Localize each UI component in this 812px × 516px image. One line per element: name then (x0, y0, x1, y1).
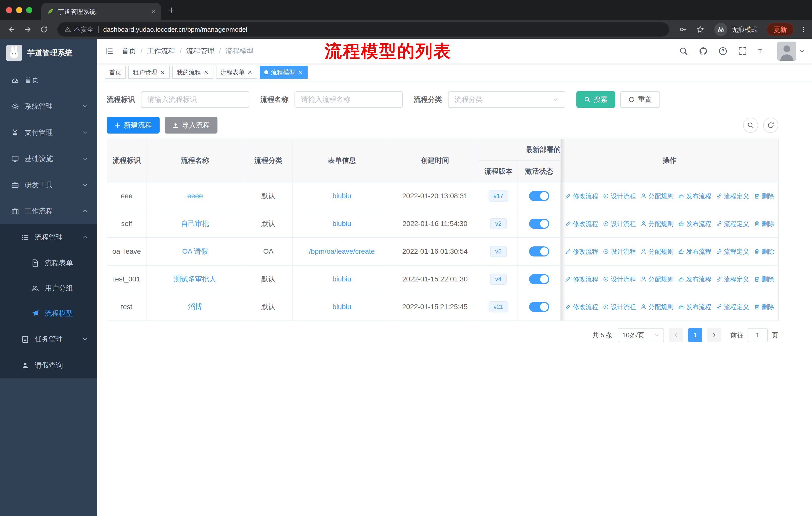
close-window-button[interactable] (6, 7, 12, 13)
action-delete[interactable]: 删除 (754, 275, 774, 283)
activation-toggle[interactable] (529, 219, 549, 229)
action-definition[interactable]: 流程定义 (716, 275, 749, 283)
form-info-link[interactable]: biubiu (332, 220, 351, 227)
help-icon[interactable] (718, 47, 727, 56)
action-edit[interactable]: 修改流程 (565, 247, 598, 256)
next-page-button[interactable] (707, 328, 721, 342)
action-definition[interactable]: 流程定义 (716, 247, 749, 256)
action-publish[interactable]: 发布流程 (678, 303, 711, 311)
sidebar-item-process-form[interactable]: 流程表单 (0, 250, 97, 276)
action-edit[interactable]: 修改流程 (565, 303, 598, 311)
action-delete[interactable]: 删除 (754, 303, 774, 311)
action-edit[interactable]: 修改流程 (565, 192, 598, 200)
action-publish[interactable]: 发布流程 (678, 275, 711, 283)
refresh-icon[interactable] (763, 118, 778, 133)
form-info-link[interactable]: /bpm/oa/leave/create (309, 247, 375, 255)
search-icon[interactable] (679, 47, 688, 56)
breadcrumb-item[interactable]: 工作流程 (147, 46, 175, 56)
action-definition[interactable]: 流程定义 (716, 192, 749, 200)
action-publish[interactable]: 发布流程 (678, 220, 711, 228)
reset-button[interactable]: 重置 (620, 91, 660, 108)
sidebar-item-payment[interactable]: 支付管理 (0, 119, 97, 146)
action-edit[interactable]: 修改流程 (565, 220, 598, 228)
action-design[interactable]: 设计流程 (603, 220, 636, 228)
sidebar-item-user-group[interactable]: 用户分组 (0, 276, 97, 301)
browser-tab[interactable]: 芋道管理系统 (41, 3, 161, 20)
incognito-indicator[interactable]: 无痕模式 (714, 23, 758, 36)
sidebar-item-home[interactable]: 首页 (0, 67, 97, 93)
back-icon[interactable] (5, 23, 18, 36)
form-info-link[interactable]: biubiu (332, 303, 351, 311)
goto-page-input[interactable] (748, 328, 768, 342)
address-bar[interactable]: 不安全 dashboard.yudao.iocoder.cn/bpm/manag… (57, 22, 669, 36)
action-assign[interactable]: 分配规则 (640, 192, 673, 200)
form-info-link[interactable]: biubiu (332, 192, 351, 200)
search-button[interactable]: 搜索 (576, 91, 615, 108)
process-name-link[interactable]: OA 请假 (182, 247, 208, 255)
activation-toggle[interactable] (529, 302, 549, 312)
action-delete[interactable]: 删除 (754, 247, 774, 256)
close-icon[interactable] (247, 70, 253, 75)
import-process-button[interactable]: 导入流程 (165, 117, 218, 134)
user-menu[interactable] (777, 42, 805, 61)
sidebar-item-system[interactable]: 系统管理 (0, 93, 97, 119)
activation-toggle[interactable] (529, 246, 549, 256)
sidebar-item-process-model[interactable]: 流程模型 (0, 301, 97, 326)
activation-toggle[interactable] (529, 274, 549, 284)
close-icon[interactable] (297, 70, 303, 75)
forward-icon[interactable] (21, 23, 34, 36)
tag-1[interactable]: 租户管理 (128, 66, 170, 79)
reload-icon[interactable] (37, 23, 50, 36)
sidebar-item-task-manage[interactable]: 任务管理 (0, 326, 97, 352)
tab-close-icon[interactable] (150, 9, 156, 15)
current-page[interactable]: 1 (688, 328, 702, 342)
process-name-link[interactable]: 测试多审批人 (174, 275, 216, 283)
create-process-button[interactable]: 新建流程 (107, 117, 160, 134)
star-icon[interactable] (696, 25, 704, 33)
tag-0[interactable]: 首页 (105, 66, 126, 79)
action-publish[interactable]: 发布流程 (678, 192, 711, 200)
collapse-sidebar-icon[interactable] (105, 47, 114, 56)
action-assign[interactable]: 分配规则 (640, 303, 673, 311)
app-logo-row[interactable]: 芋道管理系统 (0, 39, 97, 67)
activation-toggle[interactable] (529, 191, 549, 201)
action-delete[interactable]: 删除 (754, 192, 774, 200)
url-text[interactable]: dashboard.yudao.iocoder.cn/bpm/manager/m… (103, 26, 247, 33)
sidebar-item-dev-tools[interactable]: 研发工具 (0, 172, 97, 198)
new-tab-button[interactable] (168, 7, 175, 13)
process-name-link[interactable]: eeee (187, 192, 203, 200)
action-delete[interactable]: 删除 (754, 220, 774, 228)
process-name-input[interactable] (294, 91, 403, 108)
action-definition[interactable]: 流程定义 (716, 303, 749, 311)
process-key-input[interactable] (141, 91, 249, 108)
font-size-icon[interactable]: Tt (758, 47, 767, 56)
sidebar-item-leave-query[interactable]: 请假查询 (0, 352, 97, 378)
action-design[interactable]: 设计流程 (603, 303, 636, 311)
close-icon[interactable] (160, 70, 165, 75)
breadcrumb-item[interactable]: 流程管理 (186, 46, 214, 56)
browser-menu-kebab-icon[interactable] (800, 26, 807, 33)
breadcrumb-item[interactable]: 首页 (122, 46, 136, 56)
action-assign[interactable]: 分配规则 (640, 275, 673, 283)
github-icon[interactable] (699, 47, 708, 56)
action-design[interactable]: 设计流程 (603, 192, 636, 200)
form-info-link[interactable]: biubiu (332, 275, 351, 283)
process-name-link[interactable]: 滔博 (188, 303, 202, 311)
sidebar-item-infrastructure[interactable]: 基础设施 (0, 146, 97, 172)
security-label[interactable]: 不安全 (74, 25, 94, 34)
action-design[interactable]: 设计流程 (603, 275, 636, 283)
action-assign[interactable]: 分配规则 (640, 220, 673, 228)
zoom-window-button[interactable] (26, 7, 32, 13)
prev-page-button[interactable] (669, 328, 683, 342)
tag-2[interactable]: 我的流程 (172, 66, 213, 79)
fullscreen-icon[interactable] (738, 47, 747, 56)
sidebar-item-process-manage[interactable]: 流程管理 (0, 224, 97, 250)
action-definition[interactable]: 流程定义 (716, 220, 749, 228)
action-design[interactable]: 设计流程 (603, 247, 636, 256)
toggle-search-icon[interactable] (743, 118, 758, 133)
close-icon[interactable] (203, 70, 209, 75)
action-publish[interactable]: 发布流程 (678, 247, 711, 256)
tag-3[interactable]: 流程表单 (216, 66, 257, 79)
action-edit[interactable]: 修改流程 (565, 275, 598, 283)
key-icon[interactable] (679, 25, 687, 33)
